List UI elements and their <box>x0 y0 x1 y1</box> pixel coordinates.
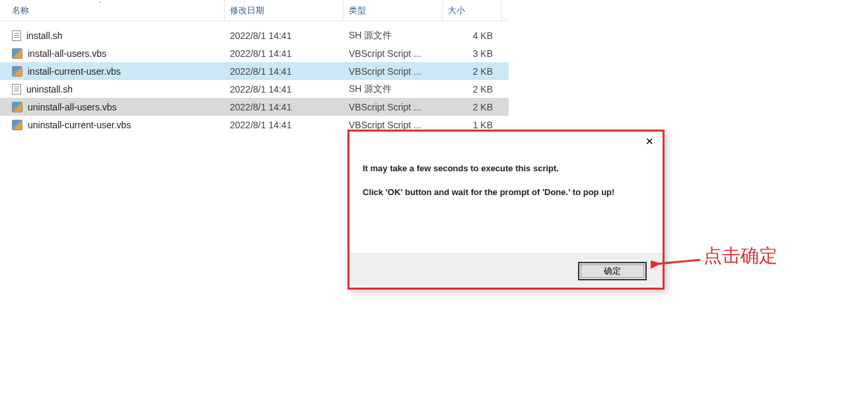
sh-file-icon <box>12 84 21 95</box>
file-size-cell: 2 KB <box>443 102 502 112</box>
file-date-cell: 2022/8/1 14:41 <box>225 66 344 77</box>
file-name-label: uninstall-current-user.vbs <box>28 120 131 130</box>
file-date-cell: 2022/8/1 14:41 <box>225 120 344 130</box>
column-label: 类型 <box>349 5 366 17</box>
file-size-cell: 2 KB <box>443 66 502 77</box>
file-type-cell: VBScript Script ... <box>344 120 443 130</box>
file-explorer-list: 名称 ˆ 修改日期 类型 大小 install.sh2022/8/1 14:41… <box>0 0 509 134</box>
close-icon: ✕ <box>645 136 654 147</box>
file-size-cell: 4 KB <box>443 30 502 41</box>
file-type-cell: VBScript Script ... <box>344 66 443 77</box>
dialog-message-line1: It may take a few seconds to execute thi… <box>363 162 649 175</box>
close-button[interactable]: ✕ <box>636 132 663 151</box>
sort-indicator-icon: ˆ <box>99 1 101 9</box>
vbs-file-icon <box>12 102 22 112</box>
vbs-file-icon <box>12 66 22 77</box>
column-label: 修改日期 <box>230 5 264 17</box>
column-header-type[interactable]: 类型 <box>344 0 443 20</box>
file-row[interactable]: install-all-users.vbs2022/8/1 14:41VBScr… <box>0 44 509 62</box>
file-name-label: install-all-users.vbs <box>28 48 106 59</box>
file-date-cell: 2022/8/1 14:41 <box>225 102 344 112</box>
column-label: 名称 <box>12 5 29 17</box>
file-date-cell: 2022/8/1 14:41 <box>225 30 344 41</box>
dialog-body: It may take a few seconds to execute thi… <box>349 155 663 253</box>
file-type-cell: VBScript Script ... <box>344 48 443 59</box>
file-size-cell: 2 KB <box>443 84 502 95</box>
file-size-cell: 1 KB <box>443 120 502 130</box>
column-header-name[interactable]: 名称 ˆ <box>0 0 225 20</box>
file-rows-container: install.sh2022/8/1 14:41SH 源文件4 KBinstal… <box>0 26 509 134</box>
file-name-label: uninstall-all-users.vbs <box>28 102 117 112</box>
dialog-titlebar: ✕ <box>349 132 663 155</box>
file-name-cell: install-all-users.vbs <box>0 48 225 59</box>
dialog-footer: 确定 <box>349 253 663 288</box>
file-name-label: uninstall.sh <box>26 84 73 95</box>
dialog-message-line2: Click 'OK' button and wait for the promp… <box>363 186 649 199</box>
file-date-cell: 2022/8/1 14:41 <box>225 48 344 59</box>
column-header-row: 名称 ˆ 修改日期 类型 大小 <box>0 0 509 21</box>
file-name-cell: uninstall.sh <box>0 84 225 95</box>
file-row[interactable]: install.sh2022/8/1 14:41SH 源文件4 KB <box>0 26 509 44</box>
script-confirm-dialog: ✕ It may take a few seconds to execute t… <box>347 130 665 290</box>
file-row[interactable]: install-current-user.vbs2022/8/1 14:41VB… <box>0 62 509 80</box>
vbs-file-icon <box>12 48 22 59</box>
file-size-cell: 3 KB <box>443 48 502 59</box>
file-date-cell: 2022/8/1 14:41 <box>225 84 344 95</box>
file-name-label: install-current-user.vbs <box>28 66 121 77</box>
file-type-cell: SH 源文件 <box>344 30 443 42</box>
column-label: 大小 <box>448 5 465 17</box>
column-header-size[interactable]: 大小 <box>443 0 502 20</box>
file-name-cell: uninstall-current-user.vbs <box>0 120 225 130</box>
file-name-cell: uninstall-all-users.vbs <box>0 102 225 112</box>
file-name-label: install.sh <box>26 30 62 41</box>
ok-button[interactable]: 确定 <box>578 262 647 280</box>
sh-file-icon <box>12 30 21 41</box>
file-row[interactable]: uninstall-all-users.vbs2022/8/1 14:41VBS… <box>0 98 509 116</box>
file-type-cell: SH 源文件 <box>344 83 443 95</box>
file-name-cell: install.sh <box>0 30 225 41</box>
vbs-file-icon <box>12 120 22 130</box>
file-row[interactable]: uninstall.sh2022/8/1 14:41SH 源文件2 KB <box>0 80 509 98</box>
annotation-text: 点击确定 <box>704 243 778 268</box>
file-name-cell: install-current-user.vbs <box>0 66 225 77</box>
column-header-date[interactable]: 修改日期 <box>225 0 344 20</box>
file-type-cell: VBScript Script ... <box>344 102 443 112</box>
